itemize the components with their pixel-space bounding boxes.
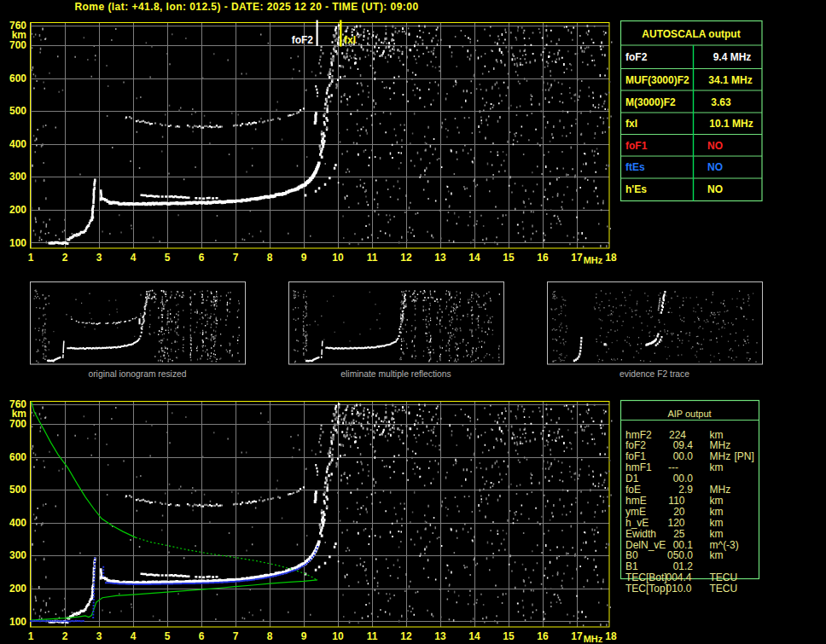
svg-text:NO: NO bbox=[707, 161, 723, 173]
svg-text:M(3000)F2: M(3000)F2 bbox=[625, 96, 676, 108]
svg-text:B1: B1 bbox=[625, 560, 638, 572]
svg-text:10.1 MHz: 10.1 MHz bbox=[709, 118, 753, 130]
svg-text:AIP output: AIP output bbox=[667, 409, 711, 419]
svg-text:MUF(3000)F2: MUF(3000)F2 bbox=[625, 74, 689, 86]
svg-text:km: km bbox=[710, 461, 724, 473]
svg-text:foF2: foF2 bbox=[625, 439, 646, 451]
svg-text:original ionogram resized: original ionogram resized bbox=[88, 369, 186, 379]
svg-text:NO: NO bbox=[707, 140, 723, 152]
svg-text:34.1 MHz: 34.1 MHz bbox=[708, 74, 752, 86]
svg-text:TECU: TECU bbox=[710, 583, 738, 595]
svg-text:01.2: 01.2 bbox=[673, 560, 694, 572]
svg-text:km: km bbox=[710, 517, 724, 529]
svg-text:09.4: 09.4 bbox=[673, 439, 694, 451]
svg-text:Ewidth: Ewidth bbox=[625, 528, 656, 540]
svg-text:fxI: fxI bbox=[344, 34, 356, 46]
svg-text:NO: NO bbox=[707, 183, 723, 195]
svg-text:ymE: ymE bbox=[625, 506, 646, 518]
svg-text:25: 25 bbox=[673, 528, 685, 540]
svg-text:050.0: 050.0 bbox=[667, 549, 693, 561]
svg-text:foF1: foF1 bbox=[625, 450, 646, 462]
svg-text:MHz: MHz bbox=[710, 450, 731, 462]
svg-text:MHz: MHz bbox=[710, 484, 731, 496]
svg-text:km: km bbox=[710, 429, 724, 441]
svg-text:2.9: 2.9 bbox=[678, 484, 693, 496]
svg-text:MHz: MHz bbox=[710, 439, 731, 451]
svg-text:00.1: 00.1 bbox=[673, 539, 694, 551]
svg-text:hmE: hmE bbox=[625, 495, 647, 507]
svg-text:hmF2: hmF2 bbox=[625, 429, 652, 441]
svg-text:foF2: foF2 bbox=[292, 34, 314, 46]
svg-text:eliminate multiple reflections: eliminate multiple reflections bbox=[340, 369, 451, 379]
svg-text:D1: D1 bbox=[625, 473, 639, 484]
svg-text:9.4 MHz: 9.4 MHz bbox=[713, 51, 752, 63]
svg-text:km: km bbox=[710, 506, 724, 518]
svg-text:foE: foE bbox=[625, 484, 641, 496]
svg-text:foF1: foF1 bbox=[625, 140, 648, 152]
svg-text:004.4: 004.4 bbox=[666, 571, 691, 583]
svg-text:3.63: 3.63 bbox=[711, 96, 731, 108]
svg-text:hmF1: hmF1 bbox=[625, 461, 652, 473]
svg-text:---: --- bbox=[668, 461, 678, 473]
svg-text:TEC[Top]: TEC[Top] bbox=[625, 583, 668, 595]
svg-text:Rome (lat: +41.8, lon: 012.5): Rome (lat: +41.8, lon: 012.5) - DATE: 20… bbox=[74, 1, 418, 13]
svg-text:010.0: 010.0 bbox=[666, 583, 691, 595]
svg-text:B0: B0 bbox=[625, 549, 638, 561]
svg-text:km: km bbox=[710, 549, 724, 561]
svg-text:TECU: TECU bbox=[710, 571, 738, 583]
svg-text:[PN]: [PN] bbox=[735, 450, 754, 462]
svg-text:fxI: fxI bbox=[625, 118, 637, 130]
svg-text:110: 110 bbox=[668, 495, 684, 507]
svg-text:20: 20 bbox=[673, 506, 685, 518]
svg-text:120: 120 bbox=[667, 517, 684, 529]
svg-text:224: 224 bbox=[669, 429, 686, 441]
svg-text:km: km bbox=[710, 528, 724, 540]
svg-text:km: km bbox=[710, 495, 724, 507]
svg-text:h_vE: h_vE bbox=[625, 517, 649, 529]
svg-text:00.0: 00.0 bbox=[673, 450, 694, 462]
svg-text:TEC[Bot]: TEC[Bot] bbox=[625, 571, 667, 583]
svg-text:h'Es: h'Es bbox=[625, 183, 647, 195]
svg-text:DelN_vE: DelN_vE bbox=[625, 539, 666, 551]
svg-text:evidence F2 trace: evidence F2 trace bbox=[620, 369, 689, 379]
svg-text:00.0: 00.0 bbox=[673, 473, 694, 484]
svg-text:m^(-3): m^(-3) bbox=[710, 539, 739, 551]
svg-text:ftEs: ftEs bbox=[625, 161, 645, 173]
svg-text:foF2: foF2 bbox=[625, 51, 648, 63]
svg-text:AUTOSCALA output: AUTOSCALA output bbox=[642, 28, 740, 40]
